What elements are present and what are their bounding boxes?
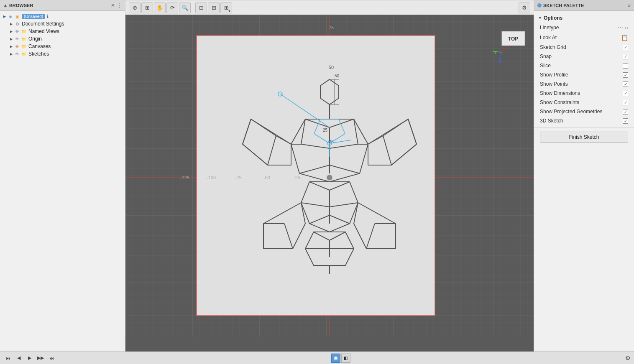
panel-expand-icon[interactable]: » xyxy=(628,3,631,8)
browser-title: BROWSER xyxy=(9,3,33,8)
unsaved-badge: (Unsaved) xyxy=(22,14,45,19)
svg-text:25: 25 xyxy=(323,128,328,132)
lookat-icon[interactable]: 📋 xyxy=(621,34,628,41)
browser-sidebar: ▲ BROWSER ✕ ⋮ ▶ ◈ ▣ (Unsaved) ℹ ▶ xyxy=(0,0,125,351)
origin-label: Origin xyxy=(28,36,42,42)
finish-sketch-button[interactable]: Finish Sketch xyxy=(540,132,628,143)
option-3d-sketch: 3D Sketch xyxy=(534,116,634,125)
panel-title: SKETCH PALETTE xyxy=(543,3,584,8)
option-sketch-grid: Sketch Grid xyxy=(534,43,634,52)
play-end-btn[interactable]: ⏭ xyxy=(47,354,56,362)
eye-icon-origin[interactable]: 👁 xyxy=(14,36,20,42)
sketch-canvas: 75 50 -125 -100 -75 -50 -25 25 xyxy=(125,0,534,351)
linetype-circle-icon[interactable]: ○ xyxy=(625,24,628,31)
panel-header: SKETCH PALETTE » xyxy=(534,0,634,11)
option-show-profile: Show Profile xyxy=(534,70,634,79)
tree-arrow-root: ▶ xyxy=(2,13,8,19)
slice-checkbox[interactable] xyxy=(623,63,628,69)
tree-arrow-canvases: ▶ xyxy=(8,43,14,49)
snap-checkbox[interactable] xyxy=(623,54,628,59)
tree-item-sketches[interactable]: ▶ 👁 📁 Sketches xyxy=(0,50,125,58)
show-projected-label: Show Projected Geometries xyxy=(540,109,602,115)
option-show-points: Show Points xyxy=(534,79,634,89)
svg-text:-75: -75 xyxy=(235,175,242,180)
info-icon-root[interactable]: ℹ xyxy=(47,14,49,19)
show-dimensions-checkbox[interactable] xyxy=(623,91,628,96)
svg-text:-25: -25 xyxy=(294,175,300,180)
lookat-controls: 📋 xyxy=(621,34,628,41)
toggle-btn[interactable]: ⊞ ▼ xyxy=(220,3,232,13)
playback-bar: ⏮ ◀ ▶ ▶▶ ⏭ ▣ ◧ ⚙ xyxy=(0,351,634,364)
visibility-icon-root[interactable]: ◈ xyxy=(8,13,13,19)
folder-icon-views: 📁 xyxy=(21,28,27,34)
svg-text:-50: -50 xyxy=(263,175,270,180)
svg-text:-125: -125 xyxy=(180,175,189,180)
tree-arrow-doc: ▶ xyxy=(8,21,14,27)
option-show-dimensions: Show Dimensions xyxy=(534,89,634,98)
lookat-label: Look At xyxy=(540,35,557,41)
show-points-checkbox[interactable] xyxy=(623,81,628,87)
eye-icon-views[interactable]: 👁 xyxy=(14,28,20,34)
option-snap: Snap xyxy=(534,52,634,61)
bottom-settings-icon[interactable]: ⚙ xyxy=(625,355,631,361)
show-constraints-label: Show Constraints xyxy=(540,99,579,105)
sketch-grid-label: Sketch Grid xyxy=(540,44,566,50)
browser-grip-icon[interactable]: ⋮ xyxy=(117,3,122,8)
3d-sketch-label: 3D Sketch xyxy=(540,118,563,124)
svg-text:Y: Y xyxy=(494,50,497,55)
tree-item-named-views[interactable]: ▶ 👁 📁 Named Views xyxy=(0,28,125,35)
browser-tree: ▶ ◈ ▣ (Unsaved) ℹ ▶ ⚙ Document Settings … xyxy=(0,11,125,351)
canvas-area[interactable]: 75 50 -125 -100 -75 -50 -25 25 xyxy=(125,0,534,351)
show-profile-label: Show Profile xyxy=(540,72,568,78)
mode-icon-2[interactable]: ◧ xyxy=(341,354,350,363)
tree-item-canvases[interactable]: ▶ 👁 📁 Canvases xyxy=(0,43,125,50)
svg-text:50: 50 xyxy=(329,65,334,70)
tree-arrow-views: ▶ xyxy=(8,28,14,34)
doc-settings-label: Document Settings xyxy=(22,21,64,27)
play-beginning-btn[interactable]: ⏮ xyxy=(3,354,13,362)
linetype-solid-icon[interactable]: ⋯ xyxy=(617,24,623,31)
snap-label: Snap xyxy=(540,53,552,59)
mode-icons: ▣ ◧ xyxy=(331,354,350,363)
tree-item-doc-settings[interactable]: ▶ ⚙ Document Settings xyxy=(0,20,125,28)
tree-item-origin[interactable]: ▶ 👁 📁 Origin xyxy=(0,35,125,43)
show-dimensions-label: Show Dimensions xyxy=(540,90,580,96)
options-label: Options xyxy=(544,15,562,21)
tree-item-root[interactable]: ▶ ◈ ▣ (Unsaved) ℹ xyxy=(0,13,125,20)
play-forward-btn[interactable]: ▶ xyxy=(25,354,34,362)
option-linetype: Linetype ⋯ ○ xyxy=(534,23,634,33)
option-show-projected: Show Projected Geometries xyxy=(534,107,634,116)
mode-icon-1[interactable]: ▣ xyxy=(331,354,340,363)
browser-close-icon[interactable]: ✕ xyxy=(111,3,115,8)
tree-arrow-sketches: ▶ xyxy=(8,51,14,57)
gear-icon-doc: ⚙ xyxy=(14,21,20,27)
folder-icon-sketches: 📁 xyxy=(21,51,27,57)
sketches-label: Sketches xyxy=(28,51,49,57)
option-show-constraints: Show Constraints xyxy=(534,98,634,107)
svg-point-80 xyxy=(327,175,332,181)
3d-sketch-checkbox[interactable] xyxy=(623,118,628,124)
slice-label: Slice xyxy=(540,63,551,69)
option-lookat: Look At 📋 xyxy=(534,33,634,43)
browser-triangle-icon: ▲ xyxy=(3,3,8,8)
folder-icon-root: ▣ xyxy=(14,13,20,19)
sketch-grid-checkbox[interactable] xyxy=(623,45,628,50)
show-projected-checkbox[interactable] xyxy=(623,109,628,115)
svg-text:50: 50 xyxy=(335,74,340,78)
options-arrow: ▼ xyxy=(538,16,542,20)
tree-arrow-origin: ▶ xyxy=(8,36,14,42)
options-divider xyxy=(534,127,634,127)
playback-controls: ⏮ ◀ ▶ ▶▶ ⏭ xyxy=(3,354,56,362)
eye-icon-canvases[interactable]: 👁 xyxy=(14,43,20,49)
show-constraints-checkbox[interactable] xyxy=(623,100,628,105)
linetype-controls: ⋯ ○ xyxy=(617,24,628,31)
play-back-btn[interactable]: ◀ xyxy=(14,354,23,362)
svg-text:TOP: TOP xyxy=(508,36,518,42)
show-profile-checkbox[interactable] xyxy=(623,72,628,78)
folder-icon-origin: 📁 xyxy=(21,36,27,42)
svg-text:-100: -100 xyxy=(207,175,216,180)
play-forward2-btn[interactable]: ▶▶ xyxy=(36,354,45,362)
browser-header: ▲ BROWSER ✕ ⋮ xyxy=(0,0,125,11)
sketch-palette: SKETCH PALETTE » ▼ Options Linetype ⋯ ○ … xyxy=(534,0,634,351)
eye-icon-sketches[interactable]: 👁 xyxy=(14,51,20,57)
